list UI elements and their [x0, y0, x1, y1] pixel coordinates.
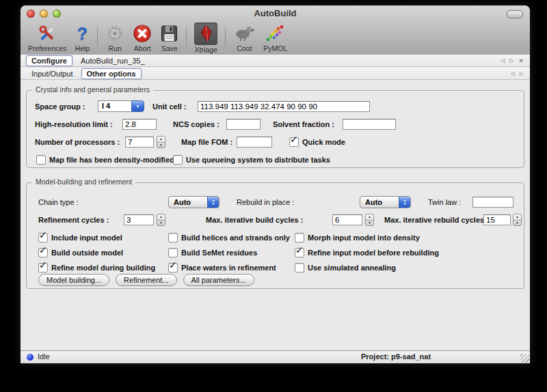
density-modified-label: Map file has been density-modified	[49, 156, 174, 164]
checkbox-box: ✓	[168, 263, 178, 272]
check-icon: ✓	[295, 244, 304, 255]
popup-arrows-icon[interactable]: ▲▼	[399, 197, 410, 208]
model-building-params-button[interactable]: Model building...	[38, 274, 109, 286]
num-processors-input[interactable]	[125, 137, 154, 148]
build-semet-checkbox[interactable]: ✓ Build SeMet residues	[168, 247, 257, 259]
max-build-cycles-label: Max. iterative build cycles :	[206, 214, 303, 226]
simulated-annealing-checkbox[interactable]: ✓ Use simulated annealing	[295, 262, 396, 274]
build-helices-strands-checkbox[interactable]: ✓ Build helices and strands only	[168, 232, 290, 244]
tab-scroll-right-icon[interactable]: ▷	[509, 57, 513, 64]
toolbar: Preferences ? Help Run	[25, 22, 291, 55]
place-waters-checkbox[interactable]: ✓ Place waters in refinement	[168, 262, 276, 274]
tab-input-output[interactable]: Input/Output	[26, 68, 79, 79]
refine-during-building-checkbox[interactable]: ✓ Refine model during building	[38, 262, 155, 274]
tab-other-options[interactable]: Other options	[81, 68, 142, 79]
preferences-button[interactable]: Preferences	[25, 22, 70, 53]
app-window: AutoBuild Prefe	[21, 5, 530, 363]
rebuild-in-place-popup[interactable]: Auto ▲▼	[360, 196, 411, 208]
rebuild-in-place-value: Auto	[360, 197, 399, 208]
morph-input-model-checkbox[interactable]: ✓ Morph input model into density	[295, 232, 420, 244]
refinement-params-button[interactable]: Refinement...	[116, 274, 176, 286]
doc-tab-controls: ◁ ▷ ✕	[501, 57, 530, 64]
chain-type-popup[interactable]: Auto ▲▼	[168, 196, 219, 208]
checkbox-box: ✓	[295, 263, 304, 272]
abort-button[interactable]: Abort	[129, 22, 155, 53]
coot-button[interactable]: Coot	[230, 22, 258, 53]
build-outside-model-checkbox[interactable]: ✓ Build outside model	[38, 247, 123, 259]
quick-mode-label: Quick mode	[302, 138, 345, 146]
num-processors-stepper[interactable]: ▲ ▼	[157, 136, 165, 148]
refine-before-rebuild-checkbox[interactable]: ✓ Refine input model before rebuilding	[295, 247, 439, 259]
refinement-cycles-stepper[interactable]: ▲ ▼	[157, 214, 165, 226]
check-icon: ✓	[39, 244, 47, 255]
status-indicator-icon	[27, 354, 34, 361]
include-input-model-checkbox[interactable]: ✓ Include input model	[38, 232, 122, 244]
space-group-combobox[interactable]: I 4 ▼	[98, 100, 144, 112]
solvent-fraction-label: Solvent fraction :	[273, 118, 334, 130]
run-button[interactable]: Run	[102, 22, 128, 53]
stepper-down-icon[interactable]: ▼	[366, 221, 373, 226]
queueing-label: Use queueing system to distribute tasks	[186, 156, 330, 164]
pymol-spectrum-icon	[265, 23, 286, 44]
popup-arrows-icon[interactable]: ▲▼	[207, 197, 219, 208]
help-button[interactable]: ? Help	[72, 22, 94, 53]
abort-stop-icon	[133, 23, 152, 44]
tab-scroll-left-icon[interactable]: ◁	[511, 70, 515, 77]
queueing-checkbox[interactable]: ✓ Use queueing system to distribute task…	[173, 154, 330, 166]
options-panel: Crystal info and general parameters Spac…	[21, 81, 530, 351]
checkbox-box: ✓	[36, 155, 46, 165]
stepper-down-icon[interactable]: ▼	[513, 221, 521, 226]
max-rebuild-cycles-label: Max. iterative rebuild cycles :	[384, 214, 489, 226]
toolbar-separator	[97, 23, 98, 51]
tab-close-icon[interactable]: ✕	[518, 57, 524, 64]
checkbox-box: ✓	[289, 137, 299, 147]
stepper-up-icon[interactable]: ▲	[157, 137, 165, 143]
density-modified-checkbox[interactable]: ✓ Map file has been density-modified	[36, 154, 174, 166]
pymol-button[interactable]: PyMOL	[260, 22, 291, 53]
combo-dropdown-icon[interactable]: ▼	[131, 100, 144, 112]
high-res-limit-label: High-resolution limit :	[35, 118, 113, 130]
toolbar-toggle-button[interactable]	[507, 10, 523, 18]
title-bar[interactable]: AutoBuild	[21, 5, 530, 22]
max-rebuild-cycles-input[interactable]	[483, 214, 511, 225]
tab-scroll-left-icon[interactable]: ◁	[501, 57, 505, 64]
max-build-cycles-stepper[interactable]: ▲ ▼	[365, 214, 374, 226]
resize-grip[interactable]	[520, 354, 529, 363]
all-parameters-button[interactable]: All parameters...	[183, 274, 254, 286]
quick-mode-checkbox[interactable]: ✓ Quick mode	[289, 136, 345, 148]
checkbox-label: Build helices and strands only	[181, 234, 290, 242]
tab-configure[interactable]: Configure	[26, 55, 72, 66]
solvent-fraction-input[interactable]	[343, 119, 396, 130]
unit-cell-label: Unit cell :	[152, 100, 187, 113]
refinement-cycles-input[interactable]	[124, 214, 154, 225]
xtriage-button[interactable]: Xtriage	[191, 22, 221, 55]
ncs-copies-input[interactable]	[226, 119, 261, 130]
max-rebuild-cycles-stepper[interactable]: ▲ ▼	[513, 214, 522, 226]
high-res-limit-input[interactable]	[122, 119, 157, 130]
help-icon: ?	[77, 23, 88, 44]
toolbar-item-label: Xtriage	[195, 46, 217, 54]
rebuild-in-place-label: Rebuild in place :	[237, 196, 294, 208]
model-checkbox-row-2: ✓ Build outside model ✓ Build SeMet resi…	[27, 247, 524, 259]
checkbox-label: Build SeMet residues	[181, 249, 257, 257]
stepper-up-icon[interactable]: ▲	[157, 214, 165, 221]
chain-type-value: Auto	[169, 197, 207, 208]
stepper-down-icon[interactable]: ▼	[157, 221, 165, 226]
model-building-group-title: Model-building and refinement	[32, 178, 135, 186]
save-button[interactable]: Save	[157, 22, 182, 53]
unit-cell-input[interactable]	[198, 101, 370, 112]
toolbar-separator	[225, 23, 226, 51]
checkbox-label: Use simulated annealing	[308, 264, 396, 272]
stepper-down-icon[interactable]: ▼	[157, 143, 165, 148]
tab-autobuild-run[interactable]: AutoBuild_run_35_	[75, 55, 150, 66]
stepper-up-icon[interactable]: ▲	[366, 214, 373, 221]
checkbox-label: Refine input model before rebuilding	[308, 249, 439, 257]
tab-scroll-right-icon[interactable]: ▷	[520, 70, 524, 77]
checkbox-label: Place waters in refinement	[181, 264, 276, 272]
map-fom-input[interactable]	[237, 137, 272, 148]
max-build-cycles-input[interactable]	[332, 214, 362, 225]
stepper-up-icon[interactable]: ▲	[513, 214, 521, 221]
checkbox-box: ✓	[38, 263, 48, 272]
twin-law-input[interactable]	[472, 197, 513, 208]
toolbar-item-label: PyMOL	[263, 44, 287, 53]
